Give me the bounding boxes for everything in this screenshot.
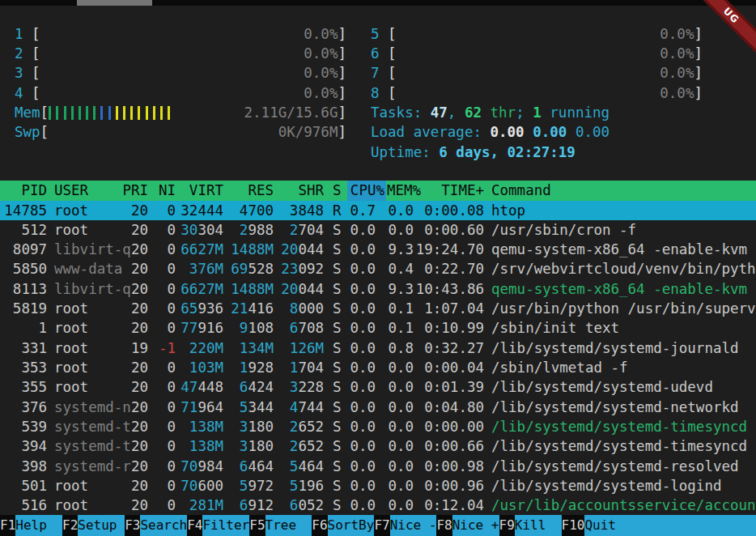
fkey-number: F4 <box>187 515 202 536</box>
process-row[interactable]: 376systemd-n2007196453444744S0.00.00:04.… <box>0 398 756 417</box>
process-row[interactable]: 539systemd-t200138M31802652S0.00.00:00.0… <box>0 417 756 436</box>
meter-close-bracket: ] <box>694 24 703 44</box>
fkey-search[interactable]: F3Search <box>125 515 187 536</box>
cell-shr-part: 4 <box>290 399 299 415</box>
cell-cmd: /sbin/init text <box>491 318 756 338</box>
meter-bars <box>397 24 660 44</box>
process-row[interactable]: 353root200103M19281704S0.00.00:00.04/sbi… <box>0 358 756 377</box>
process-row[interactable]: 398systemd-r2007098464645464S0.00.00:00.… <box>0 457 756 476</box>
process-row[interactable]: 1root2007791691086708S0.00.10:10.99/sbin… <box>0 318 756 338</box>
meter-open-bracket: [ <box>32 63 40 83</box>
load-average-segment: Load average: <box>371 124 491 140</box>
fkey-filter[interactable]: F4Filter <box>187 515 249 536</box>
meter-bar <box>79 106 81 120</box>
column-header-shr[interactable]: SHR <box>274 181 324 200</box>
column-header-pri[interactable]: PRI <box>116 181 148 200</box>
meter-label: 7 <box>371 63 388 83</box>
cell-shr-part: 196 <box>298 478 324 494</box>
cell-ni: 0 <box>148 259 176 279</box>
cell-virt: 103M <box>176 358 223 377</box>
process-row[interactable]: 501root2007060059725196S0.00.00:00.96/li… <box>0 476 756 496</box>
cell-shr: 126M <box>274 338 324 358</box>
cell-shr: 1704 <box>274 358 324 377</box>
cell-shr-part: 5 <box>290 478 299 494</box>
process-row[interactable]: 8113libvirt-q2006627M1488M20044S0.09.310… <box>0 279 756 299</box>
cell-mem: 0.0 <box>373 496 414 515</box>
fkey-help[interactable]: F1Help <box>0 515 62 536</box>
meter-open-bracket: [ <box>32 24 40 44</box>
meter-value: 0.0% <box>660 24 694 44</box>
meter-bars <box>49 103 244 122</box>
fkey-nice-[interactable]: F8Nice + <box>436 515 499 536</box>
cell-cpu: 0.0 <box>335 279 376 299</box>
column-header-pid[interactable]: PID <box>0 181 47 200</box>
cell-shr: 2652 <box>274 436 324 456</box>
column-header-s[interactable]: S <box>333 181 345 200</box>
cell-pri: 19 <box>116 338 148 358</box>
cell-shr-part: 704 <box>298 222 324 238</box>
cell-time: 0:00.08 <box>411 201 484 220</box>
cell-ni: 0 <box>148 496 176 515</box>
cell-virt: 32444 <box>176 201 223 220</box>
cell-pri: 20 <box>116 240 148 259</box>
cell-shr: 20044 <box>274 279 324 299</box>
cell-cmd: htop <box>491 201 756 220</box>
column-header-ni[interactable]: NI <box>148 181 176 200</box>
load-average-segment <box>567 124 575 140</box>
cell-virt: 6627M <box>176 240 223 259</box>
fkey-tree[interactable]: F5Tree <box>249 515 312 536</box>
process-row[interactable]: 512root2003030429882704S0.00.00:00.60/us… <box>0 220 756 240</box>
cpu-meter-7: 7 [0.0%] <box>371 63 703 83</box>
cell-shr-part: 708 <box>298 320 324 336</box>
cell-pri: 20 <box>116 279 148 299</box>
meter-label: 4 <box>15 83 32 103</box>
tasks-summary-segment: thr <box>482 104 516 121</box>
fkey-kill[interactable]: F9Kill <box>499 515 562 536</box>
cell-shr-part: 3 <box>290 202 299 219</box>
meter-bars <box>40 83 304 103</box>
cell-virt-part: 444 <box>197 202 223 219</box>
process-row[interactable]: 331root19-1220M134M126MS0.00.80:32.27/li… <box>0 338 756 358</box>
cell-virt-part: 916 <box>197 320 223 336</box>
process-row[interactable]: 516root200281M69126052S0.00.00:12.04/usr… <box>0 496 756 515</box>
column-header-virt[interactable]: VIRT <box>176 181 223 200</box>
process-row[interactable]: 8097libvirt-q2006627M1488M20044S0.09.319… <box>0 240 756 259</box>
fkey-label: Nice - <box>390 515 437 536</box>
cell-res: 6912 <box>224 496 274 515</box>
cell-virt-part: 220M <box>189 340 223 356</box>
cell-cpu: 0.0 <box>335 436 376 456</box>
meter-open-bracket: [ <box>388 63 397 83</box>
column-header-res[interactable]: RES <box>224 181 274 200</box>
column-header-cpu[interactable]: CPU% <box>347 181 384 200</box>
meter-bar <box>123 106 125 120</box>
cell-mem: 0.0 <box>373 417 414 436</box>
cell-shr: 6708 <box>274 318 324 338</box>
fkey-nice-[interactable]: F7Nice - <box>374 515 436 536</box>
meter-value: 0.0% <box>304 63 338 83</box>
cell-mem: 0.1 <box>373 318 414 338</box>
cell-ni: 0 <box>148 240 176 259</box>
process-row[interactable]: 5819root20065936214168000S0.00.11:07.04/… <box>0 299 756 318</box>
process-row[interactable]: 355root2004744864243228S0.00.00:01.39/li… <box>0 377 756 397</box>
column-header-time[interactable]: TIME+ <box>411 181 484 200</box>
cell-res-part: 344 <box>248 399 274 415</box>
cell-virt: 138M <box>176 417 223 436</box>
fkey-quit[interactable]: F10Quit <box>562 515 756 536</box>
cell-pid: 331 <box>0 338 47 358</box>
cell-pri: 20 <box>116 358 148 377</box>
cell-ni: 0 <box>148 299 176 318</box>
fkey-setup[interactable]: F2Setup <box>62 515 125 536</box>
cell-virt-part: 71 <box>181 399 197 415</box>
process-row[interactable]: 394systemd-t200138M31802652S0.00.00:00.6… <box>0 436 756 456</box>
cell-time: 0:00.60 <box>411 220 484 240</box>
fkey-label: Nice + <box>452 515 499 536</box>
cell-pid: 5850 <box>0 259 47 279</box>
cell-res-part: 108 <box>248 320 274 336</box>
uptime: Uptime: 6 days, 02:27:19 <box>371 143 575 162</box>
cell-res-part: 416 <box>248 300 274 317</box>
cell-ni: 0 <box>148 318 176 338</box>
process-row[interactable]: 14785root2003244447003848R0.70.00:00.08h… <box>0 201 756 220</box>
column-header-cmd[interactable]: Command <box>491 181 756 200</box>
process-row[interactable]: 5850www-data200376M6952823092S0.00.40:22… <box>0 259 756 279</box>
fkey-sortby[interactable]: F6SortBy <box>312 515 374 536</box>
